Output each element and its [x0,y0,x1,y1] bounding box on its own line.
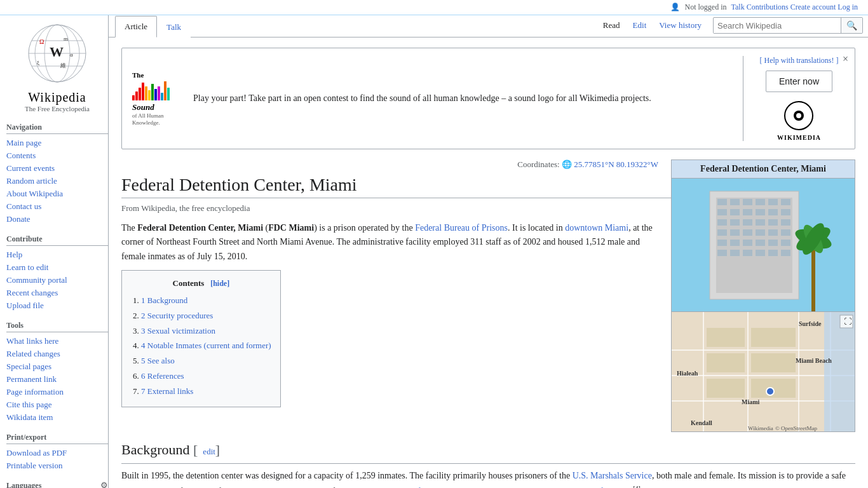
sidebar-contribute: Contribute Help Learn to edit Community … [6,232,108,312]
sidebar: W Ω m α ξ 維 Wikipedia The Free Encyclope… [0,15,108,488]
svg-rect-54 [811,242,815,312]
svg-text:⛶: ⛶ [844,317,851,326]
tab-actions: Read Edit View history 🔍 [597,17,868,37]
svg-rect-53 [781,250,790,256]
toc-item-7: 7 External links [141,385,271,398]
banner-text: Play your part! Take part in an open con… [193,93,733,104]
banner-logo: The Sound [132,71,183,126]
wikipedia-logo: W Ω m α ξ 維 [25,22,89,85]
sidebar-item-upload-file[interactable]: Upload file [6,299,108,312]
content-area: The Sound [109,37,868,488]
create-account-link[interactable]: Create account [790,3,836,12]
svg-rect-31 [730,219,740,226]
action-read[interactable]: Read [597,17,627,34]
toc-item-3: 3 Sexual victimization [141,325,271,338]
svg-rect-36 [717,229,727,236]
svg-rect-26 [743,209,752,215]
sidebar-item-what-links-here[interactable]: What links here [6,335,108,348]
svg-rect-19 [730,199,740,205]
svg-rect-73 [751,379,796,398]
wiki-title: Wikipedia [6,90,108,105]
sidebar-item-cite-this-page[interactable]: Cite this page [6,398,108,411]
toc-link-7[interactable]: 7 External links [141,386,193,396]
user-icon: 👤 [670,3,680,12]
svg-text:Hialeah: Hialeah [677,370,698,377]
talk-link[interactable]: Talk [731,3,745,12]
link-us-marshals[interactable]: U.S. Marshals Service [573,471,652,480]
sound-logo-banner: The Sound [121,48,855,149]
toc-link-6[interactable]: 6 References [141,371,184,381]
sidebar-item-learn-to-edit[interactable]: Learn to edit [6,261,108,274]
sidebar-item-special-pages[interactable]: Special pages [6,360,108,373]
sidebar-print-export: Print/export Download as PDF Printable v… [6,430,108,472]
toc-hide-button[interactable]: [hide] [210,279,229,288]
languages-title: Languages [6,478,41,488]
table-of-contents: Contents [hide] 1 Background 2 Security … [121,270,281,407]
svg-point-14 [796,113,801,118]
not-logged-in: Not logged in [685,3,727,12]
background-heading-text: Background [121,442,190,458]
sidebar-tools: Tools What links here Related changes Sp… [6,318,108,424]
sidebar-item-download-pdf[interactable]: Download as PDF [6,447,108,459]
infobox-title: Federal Detention Center, Miami [671,159,855,178]
action-edit[interactable]: Edit [627,17,653,34]
sidebar-item-related-changes[interactable]: Related changes [6,348,108,360]
svg-rect-43 [730,240,740,246]
link-federal-bureau[interactable]: Federal Bureau of Prisons [415,223,508,233]
help-translations-link[interactable]: [ Help with translations! ] [760,56,839,65]
languages-settings-icon[interactable]: ⚙ [100,480,108,489]
navigation-title: Navigation [6,120,108,134]
close-banner-button[interactable]: × [843,53,848,65]
search-button[interactable]: 🔍 [841,18,862,33]
tab-article[interactable]: Article [115,16,157,37]
sidebar-item-community-portal[interactable]: Community portal [6,274,108,287]
svg-rect-46 [768,240,778,246]
coordinates-value[interactable]: 25.77851°N 80.19322°W [574,159,658,169]
toc-link-3[interactable]: 3 Sexual victimization [141,326,215,336]
sidebar-item-wikidata-item[interactable]: Wikidata item [6,411,108,424]
action-view-history[interactable]: View history [653,17,708,34]
header-bar: 👤 Not logged in Talk Contributions Creat… [0,0,868,15]
toc-link-2[interactable]: 2 Security procedures [141,311,213,320]
link-downtown-miami[interactable]: downtown Miami [565,223,628,233]
sidebar-item-page-information[interactable]: Page information [6,386,108,398]
right-panel: Federal Detention Center, Miami [671,159,855,432]
tab-talk[interactable]: Talk [157,17,191,37]
toc-item-5: 5 See also [141,355,271,368]
sidebar-item-about-wikipedia[interactable]: About Wikipedia [6,187,108,200]
svg-rect-24 [717,209,727,215]
sidebar-item-help[interactable]: Help [6,248,108,261]
svg-text:m: m [64,36,68,42]
sidebar-item-recent-changes[interactable]: Recent changes [6,287,108,299]
svg-text:Miami: Miami [742,398,760,405]
svg-rect-37 [730,229,740,236]
svg-rect-50 [743,250,752,256]
svg-point-74 [766,388,774,395]
toc-link-1[interactable]: 1 Background [141,295,187,305]
search-input[interactable] [714,18,841,33]
contributions-link[interactable]: Contributions [747,3,789,12]
svg-rect-30 [717,219,727,226]
toc-link-4[interactable]: 4 Notable Inmates (current and former) [141,341,271,350]
background-paragraph: Built in 1995, the detention center was … [121,469,855,488]
sidebar-item-main-page[interactable]: Main page [6,137,108,149]
svg-rect-49 [730,250,740,256]
sidebar-item-donate[interactable]: Donate [6,213,108,226]
toc-link-5[interactable]: 5 See also [141,356,175,365]
article-container: Federal Detention Center, Miami [121,159,855,488]
svg-rect-18 [717,199,727,205]
background-edit-link[interactable]: edit [203,447,215,456]
sidebar-item-contact-us[interactable]: Contact us [6,200,108,213]
svg-rect-20 [743,199,752,205]
sidebar-item-permanent-link[interactable]: Permanent link [6,373,108,386]
svg-rect-48 [717,250,727,256]
log-in-link[interactable]: Log in [837,3,858,12]
svg-rect-34 [768,219,778,226]
sidebar-item-printable-version[interactable]: Printable version [6,459,108,472]
svg-rect-69 [751,328,796,347]
enter-now-button[interactable]: Enter now [766,71,832,92]
sidebar-item-current-events[interactable]: Current events [6,162,108,175]
sidebar-item-random-article[interactable]: Random article [6,175,108,187]
sidebar-item-contents[interactable]: Contents [6,149,108,162]
svg-rect-33 [756,219,765,226]
